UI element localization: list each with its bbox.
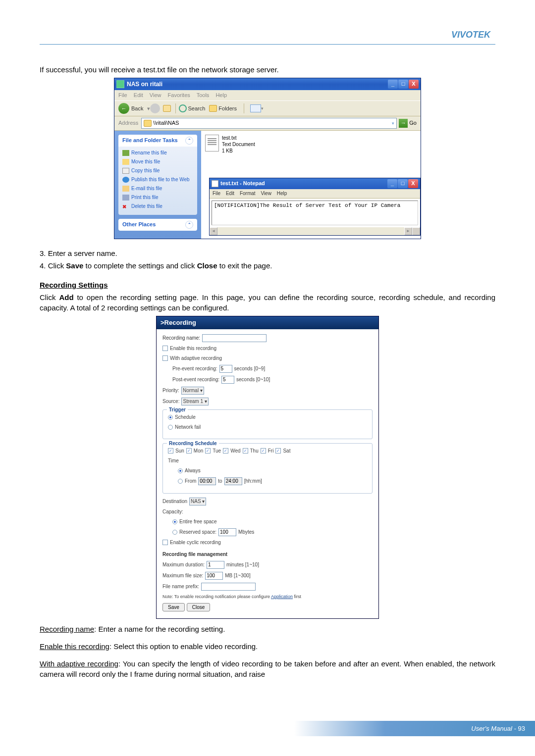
task-publish[interactable]: Publish this file to the Web (122, 175, 193, 184)
from-radio[interactable] (178, 479, 183, 484)
collapse-icon[interactable]: ⌃ (185, 221, 193, 229)
trigger-schedule-radio[interactable] (168, 415, 173, 420)
menu-tools[interactable]: Tools (197, 92, 210, 98)
recording-name-label: Recording name: (162, 335, 200, 342)
explorer-sidebar: File and Folder Tasks ⌃ Rename this file… (114, 131, 201, 239)
up-folder-icon[interactable] (163, 105, 171, 112)
np-close-button[interactable]: X (408, 179, 418, 188)
address-folder-icon (144, 120, 152, 127)
np-minimize-button[interactable]: _ (387, 179, 397, 188)
folders-icon[interactable] (209, 105, 217, 112)
save-button[interactable]: Save (162, 603, 185, 611)
pre-event-hint: seconds [0~9] (234, 365, 266, 372)
trigger-legend: Trigger (167, 406, 188, 413)
other-places-panel: Other Places ⌃ (118, 219, 197, 231)
destination-select[interactable]: NAS ▾ (189, 498, 206, 505)
day-sun-checkbox[interactable]: ✓ (168, 448, 173, 454)
task-move[interactable]: Move this file (122, 157, 193, 166)
priority-select[interactable]: Normal ▾ (181, 387, 204, 395)
cyclic-checkbox[interactable] (162, 540, 168, 545)
menu-favorites[interactable]: Favorites (168, 92, 190, 98)
task-rename[interactable]: Rename this file (122, 149, 193, 157)
pre-event-label: Pre-event recording: (172, 365, 217, 372)
np-menu-view[interactable]: View (261, 191, 271, 196)
menu-view[interactable]: View (150, 92, 161, 98)
max-size-input[interactable] (205, 572, 223, 580)
back-label[interactable]: Back (131, 105, 143, 112)
task-email[interactable]: E-mail this file (122, 184, 193, 193)
scroll-grip-icon (412, 227, 420, 235)
day-sat-checkbox[interactable]: ✓ (275, 448, 281, 454)
notepad-menubar: File Edit Format View Help (210, 189, 420, 198)
explorer-title: NAS on ritali (127, 80, 388, 89)
task-print[interactable]: Print this file (122, 193, 193, 202)
trigger-schedule-label: Schedule (175, 414, 196, 421)
application-link[interactable]: Application (271, 594, 293, 599)
task-copy[interactable]: Copy this file (122, 166, 193, 175)
minimize-button[interactable]: _ (388, 80, 398, 89)
from-input[interactable] (198, 477, 216, 485)
address-value: \\ritali\NAS (153, 119, 179, 127)
scroll-right-icon[interactable]: ► (404, 227, 412, 235)
notepad-scrollbar[interactable]: ◄ ► (210, 227, 420, 235)
search-icon[interactable] (179, 104, 187, 112)
menu-edit[interactable]: Edit (134, 92, 143, 98)
collapse-icon[interactable]: ⌃ (185, 137, 193, 145)
day-mon-checkbox[interactable]: ✓ (186, 448, 192, 454)
max-dur-input[interactable] (207, 561, 224, 569)
day-wed-checkbox[interactable]: ✓ (223, 448, 228, 454)
print-icon (122, 195, 129, 201)
source-select[interactable]: Stream 1 ▾ (181, 398, 208, 405)
go-button[interactable]: → (399, 119, 408, 128)
notepad-content[interactable]: [NOTIFICATION]The Result of Server Test … (212, 201, 418, 225)
scroll-left-icon[interactable]: ◄ (210, 227, 217, 235)
entire-space-radio[interactable] (172, 519, 177, 524)
recording-name-input[interactable] (202, 334, 267, 342)
back-icon[interactable]: ← (118, 103, 129, 114)
trigger-netfail-radio[interactable] (168, 425, 173, 430)
to-input[interactable] (224, 477, 242, 485)
pre-event-input[interactable] (219, 365, 232, 373)
close-button-form[interactable]: Close (187, 603, 211, 611)
day-fri-checkbox[interactable]: ✓ (261, 448, 266, 454)
reserved-space-radio[interactable] (172, 530, 177, 535)
entire-space-label: Entire free space (179, 518, 217, 525)
forward-icon[interactable] (150, 103, 160, 113)
rec-settings-heading: Recording Settings (40, 281, 108, 289)
adaptive-checkbox[interactable] (162, 355, 168, 361)
np-menu-format[interactable]: Format (240, 191, 256, 196)
max-size-hint: MB [1~300] (225, 572, 250, 579)
time-label: Time (168, 457, 179, 464)
enable-recording-checkbox[interactable] (162, 346, 168, 351)
close-button[interactable]: X (409, 80, 419, 89)
reserved-space-label: Reserved space: (179, 529, 216, 536)
tasks-panel-title: File and Folder Tasks (122, 137, 178, 144)
maximize-button[interactable]: □ (398, 80, 408, 89)
address-dropdown-icon[interactable]: ▾ (392, 120, 394, 127)
trigger-netfail-label: Network fail (175, 424, 201, 431)
menu-file[interactable]: File (118, 92, 127, 98)
file-mgmt-heading: Recording file management (162, 551, 227, 558)
recording-panel: >Recording Recording name: Enable this r… (156, 316, 379, 619)
always-radio[interactable] (178, 468, 183, 473)
folders-label[interactable]: Folders (218, 105, 237, 112)
np-maximize-button[interactable]: □ (398, 179, 408, 188)
task-delete[interactable]: ✖Delete this file (122, 202, 193, 211)
np-menu-file[interactable]: File (213, 191, 220, 196)
always-label: Always (185, 467, 201, 474)
move-icon (122, 159, 129, 165)
search-label[interactable]: Search (188, 105, 205, 112)
np-menu-edit[interactable]: Edit (226, 191, 234, 196)
file-size: 1 KB (222, 148, 255, 154)
post-event-input[interactable] (221, 376, 234, 384)
menu-help[interactable]: Help (215, 92, 227, 98)
file-item[interactable]: test.txt Text Document 1 KB (205, 135, 417, 154)
address-input[interactable]: \\ritali\NAS ▾ (141, 118, 397, 128)
reserved-space-input[interactable] (218, 528, 236, 536)
day-thu-checkbox[interactable]: ✓ (243, 448, 248, 454)
day-tue-checkbox[interactable]: ✓ (205, 448, 211, 454)
prefix-input[interactable] (201, 583, 256, 591)
views-icon[interactable] (250, 104, 261, 112)
go-label: Go (409, 119, 417, 127)
np-menu-help[interactable]: Help (277, 191, 287, 196)
